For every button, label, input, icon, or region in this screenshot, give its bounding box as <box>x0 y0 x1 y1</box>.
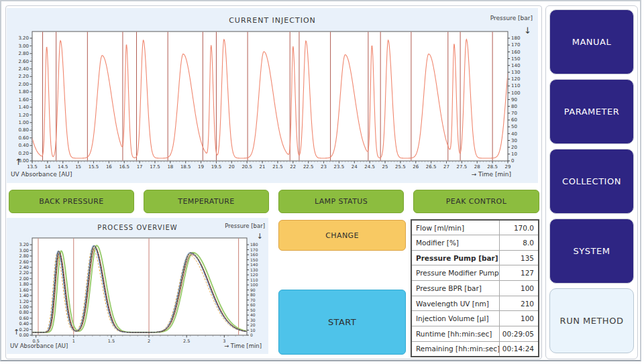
svg-text:16.5: 16.5 <box>119 164 129 170</box>
svg-text:22.5: 22.5 <box>303 164 314 170</box>
svg-text:10: 10 <box>250 328 256 332</box>
start-button[interactable]: START <box>278 290 406 355</box>
svg-text:2.80: 2.80 <box>18 51 29 56</box>
svg-text:18: 18 <box>167 164 173 170</box>
param-label: Remaining [hh:min:sec] <box>411 341 499 357</box>
svg-text:160: 160 <box>511 50 520 55</box>
svg-text:2.00: 2.00 <box>18 82 29 87</box>
peak-control-button[interactable]: PEAK CONTROL <box>413 190 539 213</box>
svg-text:21: 21 <box>260 164 266 170</box>
svg-text:60: 60 <box>511 117 517 123</box>
svg-text:100: 100 <box>250 282 258 287</box>
svg-text:3.00: 3.00 <box>19 248 29 253</box>
svg-text:20.5: 20.5 <box>241 164 252 170</box>
svg-text:140: 140 <box>250 262 258 267</box>
param-value: 00:14:24 <box>499 341 539 357</box>
param-value: 8.0 <box>499 235 539 251</box>
param-value: 00:29:05 <box>499 326 539 342</box>
svg-text:0.60: 0.60 <box>19 316 29 321</box>
svg-text:1.40: 1.40 <box>19 293 29 298</box>
svg-text:90: 90 <box>511 97 517 103</box>
svg-text:14.5: 14.5 <box>58 164 68 170</box>
svg-text:16: 16 <box>106 164 112 170</box>
process-overview-panel: PROCESS OVERVIEW Pressure [bar] ↓ 0.511.… <box>7 218 268 354</box>
param-label: Pressure BPR [bar] <box>411 281 499 296</box>
svg-text:1.00: 1.00 <box>19 304 29 310</box>
svg-text:60: 60 <box>250 302 256 307</box>
svg-text:120: 120 <box>511 76 520 82</box>
param-row: Pressure BPR [bar]100 <box>411 281 539 296</box>
svg-text:0: 0 <box>511 158 514 164</box>
svg-text:29: 29 <box>505 164 511 170</box>
svg-text:110: 110 <box>250 278 258 282</box>
svg-text:50: 50 <box>511 124 517 129</box>
param-value: 127 <box>499 265 539 281</box>
time-axis-label: → Time [min] <box>224 343 262 349</box>
svg-text:2.40: 2.40 <box>19 265 29 270</box>
svg-text:27: 27 <box>443 164 449 170</box>
temperature-button[interactable]: TEMPERATURE <box>144 190 269 213</box>
current-injection-chart: 13.51414.51515.51616.51717.51818.51919.5… <box>7 8 538 183</box>
svg-text:130: 130 <box>250 267 258 272</box>
param-row: Remaining [hh:min:sec]00:14:24 <box>411 341 539 357</box>
lamp-status-button[interactable]: LAMP STATUS <box>278 190 404 213</box>
param-value: 135 <box>499 250 539 265</box>
svg-text:2: 2 <box>148 339 150 344</box>
svg-text:0.80: 0.80 <box>19 310 29 315</box>
svg-text:1.00: 1.00 <box>18 120 29 125</box>
svg-text:80: 80 <box>250 292 256 297</box>
svg-text:22: 22 <box>290 164 296 170</box>
svg-text:0.20: 0.20 <box>18 151 29 156</box>
nav-manual-button[interactable]: MANUAL <box>549 9 634 74</box>
up-arrow-icon: ↑ <box>15 157 22 167</box>
svg-text:0.60: 0.60 <box>18 135 29 141</box>
svg-text:160: 160 <box>250 252 258 257</box>
svg-text:18.5: 18.5 <box>180 164 191 170</box>
svg-text:110: 110 <box>511 83 520 88</box>
svg-text:10: 10 <box>511 151 517 157</box>
param-row: Modifier [%]8.0 <box>411 235 539 251</box>
nav-collection-button[interactable]: COLLECTION <box>549 149 634 214</box>
svg-text:28.5: 28.5 <box>487 164 498 170</box>
svg-text:150: 150 <box>250 257 258 262</box>
current-injection-panel: CURRENT INJECTION Pressure [bar] ↓ 13.51… <box>7 8 538 183</box>
svg-text:1.5: 1.5 <box>108 339 115 344</box>
svg-text:0: 0 <box>250 332 253 337</box>
app-window: CURRENT INJECTION Pressure [bar] ↓ 13.51… <box>0 0 641 361</box>
svg-text:50: 50 <box>250 308 256 312</box>
svg-text:2.80: 2.80 <box>19 253 29 259</box>
nav-system-button[interactable]: SYSTEM <box>549 219 634 284</box>
param-row: Injection Volume [µl]100 <box>411 311 539 326</box>
param-label: Runtime [hh:min:sec] <box>411 326 499 342</box>
param-label: Injection Volume [µl] <box>411 311 499 326</box>
svg-text:1.20: 1.20 <box>18 113 29 118</box>
svg-text:15: 15 <box>75 164 81 170</box>
svg-text:30: 30 <box>250 318 256 322</box>
back-pressure-button[interactable]: BACK PRESSURE <box>9 190 134 213</box>
svg-text:2.60: 2.60 <box>19 259 29 265</box>
param-label: Flow [ml/min] <box>411 220 499 235</box>
run-method-button[interactable]: RUN METHOD <box>549 288 634 353</box>
svg-text:2.20: 2.20 <box>19 270 29 276</box>
param-label: Modifier [%] <box>411 235 499 251</box>
svg-text:1.60: 1.60 <box>19 288 29 293</box>
right-arrow-icon: → <box>224 343 229 349</box>
time-axis-label: → Time [min] <box>472 171 511 178</box>
svg-text:23.5: 23.5 <box>334 164 345 170</box>
svg-text:180: 180 <box>250 242 258 247</box>
svg-text:0.20: 0.20 <box>19 327 29 332</box>
svg-text:2.60: 2.60 <box>18 59 29 64</box>
svg-text:15.5: 15.5 <box>89 164 99 170</box>
svg-text:19.5: 19.5 <box>211 164 222 170</box>
svg-text:1.60: 1.60 <box>18 97 29 103</box>
svg-text:28: 28 <box>474 164 480 170</box>
change-button[interactable]: CHANGE <box>278 220 406 251</box>
svg-text:26: 26 <box>413 164 419 170</box>
svg-text:170: 170 <box>250 247 258 252</box>
svg-text:80: 80 <box>511 104 517 109</box>
svg-text:17.5: 17.5 <box>150 164 160 170</box>
svg-text:20: 20 <box>511 145 517 150</box>
nav-parameter-button[interactable]: PARAMETER <box>549 79 634 144</box>
param-value: 170.0 <box>499 220 539 235</box>
uv-axis-label: UV Absorbance [AU] <box>10 343 68 349</box>
